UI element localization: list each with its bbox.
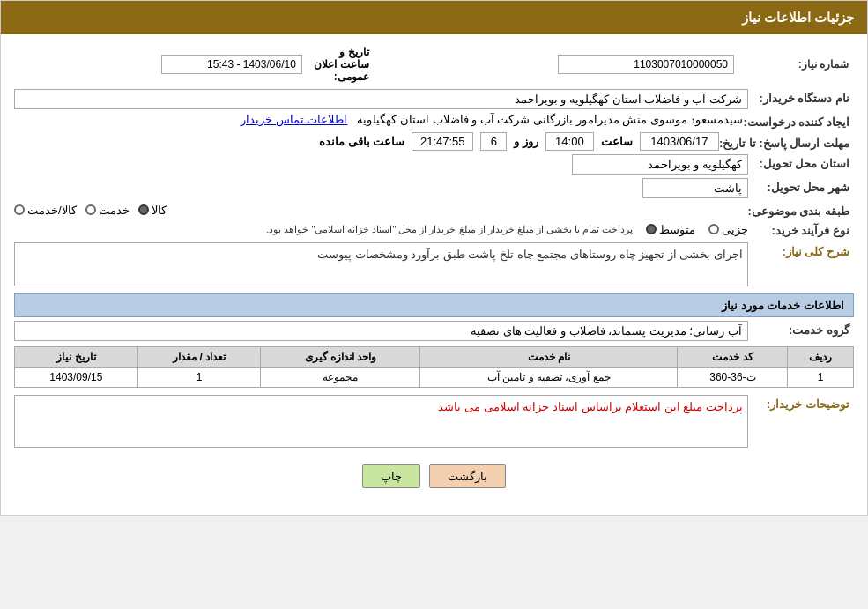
bottom-buttons: بازگشت چاپ — [14, 451, 854, 506]
time-label: ساعت — [601, 135, 633, 148]
shahr-value-wrapper: پاشت — [14, 178, 748, 198]
contact-link[interactable]: اطلاعات تماس خریدار — [241, 113, 347, 126]
days-value: 6 — [480, 132, 507, 151]
tozihat-row: توضیحات خریدار: پرداخت مبلغ این استعلام … — [14, 395, 854, 448]
remaining-value: 21:47:55 — [412, 132, 473, 151]
radio-kala-khedmat-item[interactable]: کالا/خدمت — [14, 204, 77, 217]
tozihat-value: پرداخت مبلغ این استعلام براساس اسناد خزا… — [14, 395, 748, 448]
radio-kala-khedmat-label: کالا/خدمت — [27, 204, 77, 217]
nawfarayand-radios: جزیی متوسط پرداخت تمام یا بخشی از مبلغ خ… — [14, 223, 748, 236]
sharh-row: شرح کلی نیاز: اجرای بخشی از تجهیز چاه رو… — [14, 242, 854, 286]
ijad-konande-value-wrapper: سیدمسعود موسوی منش مدیرامور بازرگانی شرک… — [14, 113, 743, 126]
cell-radif: 1 — [788, 368, 854, 388]
ijad-konande-value: سیدمسعود موسوی منش مدیرامور بازرگانی شرک… — [357, 113, 743, 126]
radio-kala-item[interactable]: کالا — [138, 204, 167, 217]
back-button[interactable]: بازگشت — [429, 464, 506, 488]
col-tarikh: تاریخ نیاز — [15, 347, 138, 368]
radio-khedmat-label: خدمت — [99, 204, 130, 217]
nam-dastgah-value: شرکت آب و فاضلاب استان کهگیلویه و بویراح… — [14, 89, 748, 109]
mohlet-row: مهلت ارسال پاسخ: تا تاریخ: 1403/06/17 سا… — [14, 132, 854, 151]
shahr-value: پاشت — [642, 178, 748, 198]
shomare-value-cell: 1103007010000050 — [378, 43, 739, 85]
time-value: 14:00 — [545, 132, 594, 151]
info-grid-top: شماره نیاز: 1103007010000050 تاریخ و ساع… — [14, 43, 854, 85]
print-button[interactable]: چاپ — [362, 464, 420, 488]
grohe-value: آب رسانی؛ مدیریت پسماند، فاضلاب و فعالیت… — [14, 321, 748, 341]
radio-khedmat-item[interactable]: خدمت — [85, 204, 130, 217]
tabaqe-radios: کالا خدمت کالا/خدمت — [14, 204, 747, 217]
khadamat-section-header: اطلاعات خدمات مورد نیاز — [14, 293, 854, 317]
grohe-label: گروه خدمت: — [748, 321, 854, 337]
tozihat-label: توضیحات خریدار: — [748, 395, 854, 411]
radio-motavaset-dot — [646, 224, 657, 234]
col-nam: نام خدمت — [420, 347, 678, 368]
grohe-row: گروه خدمت: آب رسانی؛ مدیریت پسماند، فاضل… — [14, 321, 854, 341]
sharh-label: شرح کلی نیاز: — [748, 242, 854, 258]
page-wrapper: جزئیات اطلاعات نیاز شماره نیاز: 11030070… — [0, 0, 868, 516]
cell-nam: جمع آوری، تصفیه و تامین آب — [420, 368, 678, 388]
tarikhLabel: تاریخ و ساعت اعلان عمومی: — [314, 46, 368, 83]
cell-tedad: 1 — [137, 368, 261, 388]
tabaqe-value-wrapper: کالا خدمت کالا/خدمت — [14, 204, 747, 217]
radio-khedmat-dot — [85, 204, 96, 215]
shomare-value: 1103007010000050 — [558, 55, 734, 74]
page-header: جزئیات اطلاعات نیاز — [1, 1, 867, 34]
shahr-label: شهر محل تحویل: — [748, 178, 854, 194]
col-radif: ردیف — [788, 347, 854, 368]
shomare-label: شماره نیاز: — [739, 43, 854, 85]
nawfarayand-value-wrapper: جزیی متوسط پرداخت تمام یا بخشی از مبلغ خ… — [14, 223, 748, 236]
cell-kod: ت-36-360 — [678, 368, 788, 388]
nawfarayand-desc: پرداخت تمام یا بخشی از مبلغ خریدار از مب… — [266, 224, 633, 235]
shahr-row: شهر محل تحویل: پاشت — [14, 178, 854, 198]
nawfarayand-row: نوع فرآیند خرید: جزیی متوسط پرداخت تمام … — [14, 221, 854, 237]
radio-kala-khedmat-dot — [14, 204, 25, 215]
cell-tarikh: 1403/09/15 — [15, 368, 138, 388]
grohe-value-wrapper: آب رسانی؛ مدیریت پسماند، فاضلاب و فعالیت… — [14, 321, 748, 341]
ostan-value-wrapper: کهگیلویه و بویراحمد — [14, 154, 748, 175]
radio-jozi-label: جزیی — [722, 223, 748, 236]
ostan-value: کهگیلویه و بویراحمد — [572, 154, 748, 175]
mohlet-label: مهلت ارسال پاسخ: تا تاریخ: — [719, 134, 854, 150]
header-title: جزئیات اطلاعات نیاز — [742, 10, 854, 25]
cell-vahed: مجموعه — [261, 368, 420, 388]
radio-jozi-dot — [708, 224, 719, 234]
col-tedad: تعداد / مقدار — [137, 347, 261, 368]
ostan-label: استان محل تحویل: — [748, 154, 854, 170]
mohlet-label-text: مهلت ارسال پاسخ: تا تاریخ: — [719, 137, 849, 150]
date-row: 1403/06/17 ساعت 14:00 روز و 6 21:47:55 س… — [14, 132, 719, 151]
col-vahed: واحد اندازه گیری — [261, 347, 420, 368]
mohlet-value-wrapper: 1403/06/17 ساعت 14:00 روز و 6 21:47:55 س… — [14, 132, 719, 151]
content-area: شماره نیاز: 1103007010000050 تاریخ و ساع… — [1, 34, 867, 515]
ijad-konande-label: ایجاد کننده درخواست: — [743, 113, 854, 129]
date-value: 1403/06/17 — [640, 132, 719, 151]
radio-motavaset-label: متوسط — [659, 223, 695, 236]
radio-kala-dot — [138, 204, 149, 215]
nam-dastgah-value-wrapper: شرکت آب و فاضلاب استان کهگیلویه و بویراح… — [14, 89, 748, 109]
ostan-row: استان محل تحویل: کهگیلویه و بویراحمد — [14, 154, 854, 175]
tabaqe-row: طبقه بندی موضوعی: کالا خدمت کالا/خدمت — [14, 202, 854, 218]
nam-dastgah-label: نام دستگاه خریدار: — [748, 89, 854, 105]
service-table: ردیف کد خدمت نام خدمت واحد اندازه گیری ت… — [14, 346, 854, 388]
tozihat-value-wrapper: پرداخت مبلغ این استعلام براساس اسناد خزا… — [14, 395, 748, 448]
tabaqe-label: طبقه بندی موضوعی: — [747, 202, 854, 218]
table-row: 1 ت-36-360 جمع آوری، تصفیه و تامین آب مج… — [15, 368, 854, 388]
tarikhValue: 1403/06/10 - 15:43 — [161, 55, 302, 74]
sharh-value: اجرای بخشی از تجهیز چاه روستاهای مجتمع چ… — [14, 242, 748, 286]
nawfarayand-label: نوع فرآیند خرید: — [748, 221, 854, 237]
ijad-konande-row: ایجاد کننده درخواست: سیدمسعود موسوی منش … — [14, 113, 854, 129]
sharh-value-wrapper: اجرای بخشی از تجهیز چاه روستاهای مجتمع چ… — [14, 242, 748, 286]
radio-kala-label: کالا — [152, 204, 167, 217]
remaining-label: ساعت باقی مانده — [319, 135, 404, 148]
col-kod: کد خدمت — [678, 347, 788, 368]
days-label: روز و — [514, 135, 538, 148]
radio-motavaset-item[interactable]: متوسط — [646, 223, 695, 236]
nam-dastgah-row: نام دستگاه خریدار: شرکت آب و فاضلاب استا… — [14, 89, 854, 109]
radio-jozi-item[interactable]: جزیی — [708, 223, 748, 236]
